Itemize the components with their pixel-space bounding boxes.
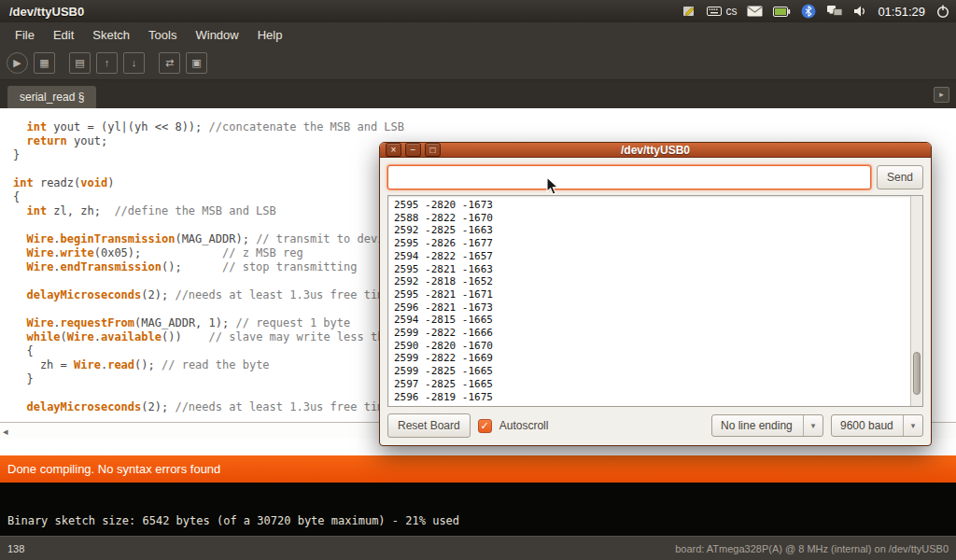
new-sketch-button[interactable]: ▤ bbox=[69, 52, 91, 74]
tab-serial-read[interactable]: serial_read § bbox=[7, 86, 96, 108]
keyboard-layout-label: cs bbox=[725, 5, 737, 18]
open-sketch-button[interactable]: ↑ bbox=[96, 52, 118, 74]
serial-scrollbar[interactable] bbox=[910, 196, 922, 406]
serial-input-row: Send bbox=[387, 165, 923, 189]
serial-monitor-icon: ▣ bbox=[187, 53, 206, 73]
minimize-button[interactable]: − bbox=[405, 143, 421, 157]
serial-input[interactable] bbox=[387, 165, 871, 189]
send-button[interactable]: Send bbox=[877, 165, 923, 189]
mail-icon[interactable] bbox=[747, 6, 763, 17]
bluetooth-icon[interactable] bbox=[801, 4, 816, 19]
network-icon[interactable] bbox=[826, 5, 843, 18]
tab-menu-icon: ▸ bbox=[939, 90, 944, 99]
save-icon: ↓ bbox=[124, 53, 144, 73]
close-icon: × bbox=[391, 145, 397, 155]
build-console: Binary sketch size: 6542 bytes (of a 307… bbox=[0, 483, 956, 536]
board-info: board: ATmega328P(A) @ 8 MHz (internal) … bbox=[675, 543, 949, 554]
window-title: /dev/ttyUSB0 bbox=[9, 5, 84, 19]
scrollbar-thumb[interactable] bbox=[913, 352, 921, 395]
menu-tools[interactable]: Tools bbox=[139, 23, 186, 47]
system-tray: cs 01:51:29 bbox=[682, 4, 950, 19]
volume-icon[interactable] bbox=[853, 5, 867, 18]
upload-icon: ⇄ bbox=[160, 53, 179, 73]
status-bar: Done compiling. No syntax errors found bbox=[0, 455, 956, 483]
open-icon: ↑ bbox=[97, 53, 117, 73]
keyboard-layout-icon[interactable]: cs bbox=[707, 5, 737, 18]
serial-monitor-titlebar[interactable]: × − □ /dev/ttyUSB0 bbox=[380, 143, 931, 158]
serial-controls-row: Reset Board ✓ Autoscroll No line ending … bbox=[387, 413, 923, 439]
autoscroll-checkbox[interactable]: ✓ bbox=[478, 419, 492, 433]
serial-output-area[interactable]: 2595 -2820 -1673 2588 -2822 -1670 2592 -… bbox=[387, 195, 923, 407]
tab-bar: serial_read § ▸ bbox=[0, 80, 956, 108]
menu-file[interactable]: File bbox=[6, 23, 44, 47]
save-sketch-button[interactable]: ↓ bbox=[123, 52, 145, 74]
serial-monitor-body: Send 2595 -2820 -1673 2588 -2822 -1670 2… bbox=[380, 158, 931, 446]
maximize-icon: □ bbox=[429, 145, 435, 155]
baud-rate-dropdown[interactable]: 9600 baud ▾ bbox=[831, 414, 923, 437]
top-panel: /dev/ttyUSB0 cs 01:5 bbox=[0, 0, 956, 22]
tab-menu-button[interactable]: ▸ bbox=[934, 87, 949, 103]
maximize-button[interactable]: □ bbox=[425, 143, 441, 157]
minimize-icon: − bbox=[411, 145, 416, 155]
menu-window[interactable]: Window bbox=[186, 23, 247, 47]
status-message: Done compiling. No syntax errors found bbox=[7, 462, 220, 476]
line-ending-dropdown[interactable]: No line ending ▾ bbox=[711, 414, 823, 437]
chevron-down-icon[interactable]: ▾ bbox=[803, 415, 822, 436]
close-button[interactable]: × bbox=[386, 143, 401, 157]
menu-edit[interactable]: Edit bbox=[44, 23, 83, 47]
line-number: 138 bbox=[7, 543, 24, 554]
serial-monitor-button[interactable]: ▣ bbox=[186, 52, 207, 74]
stop-icon: ▦ bbox=[35, 53, 54, 73]
new-sketch-icon: ▤ bbox=[70, 53, 90, 73]
session-menu-icon[interactable] bbox=[935, 4, 950, 19]
check-icon: ✓ bbox=[481, 420, 489, 431]
chevron-down-icon[interactable]: ▾ bbox=[903, 415, 922, 436]
footer-strip: 138 board: ATmega328P(A) @ 8 MHz (intern… bbox=[0, 536, 956, 560]
reset-board-button[interactable]: Reset Board bbox=[387, 413, 471, 438]
upload-button[interactable]: ⇄ bbox=[159, 52, 180, 74]
line-ending-value: No line ending bbox=[712, 415, 803, 436]
clock[interactable]: 01:51:29 bbox=[878, 5, 925, 19]
console-text: Binary sketch size: 6542 bytes (of a 307… bbox=[7, 514, 459, 527]
serial-output-text: 2595 -2820 -1673 2588 -2822 -1670 2592 -… bbox=[388, 196, 922, 406]
battery-icon[interactable] bbox=[773, 7, 791, 17]
serial-monitor-window: × − □ /dev/ttyUSB0 Send 2595 -2820 -1673… bbox=[379, 142, 932, 446]
menu-sketch[interactable]: Sketch bbox=[83, 23, 139, 47]
desktop: /dev/ttyUSB0 cs 01:5 bbox=[0, 0, 956, 560]
verify-button[interactable]: ▶ bbox=[7, 52, 28, 74]
stop-button[interactable]: ▦ bbox=[34, 52, 55, 74]
toolbar: ▶ ▦ ▤ ↑ ↓ ⇄ ▣ bbox=[0, 47, 956, 80]
code-line: int yout = (yl|(yh << 8)); //concatenate… bbox=[13, 120, 956, 134]
scroll-left-icon[interactable]: ◂ bbox=[3, 426, 8, 438]
verify-icon: ▶ bbox=[7, 53, 27, 73]
input-method-icon[interactable] bbox=[682, 4, 696, 19]
menu-help[interactable]: Help bbox=[248, 23, 292, 47]
autoscroll-label: Autoscroll bbox=[499, 419, 549, 432]
serial-monitor-title: /dev/ttyUSB0 bbox=[380, 144, 931, 157]
baud-rate-value: 9600 baud bbox=[832, 415, 903, 436]
window-controls: × − □ bbox=[386, 143, 441, 157]
mouse-cursor bbox=[546, 176, 560, 200]
menu-bar: File Edit Sketch Tools Window Help bbox=[0, 22, 956, 47]
